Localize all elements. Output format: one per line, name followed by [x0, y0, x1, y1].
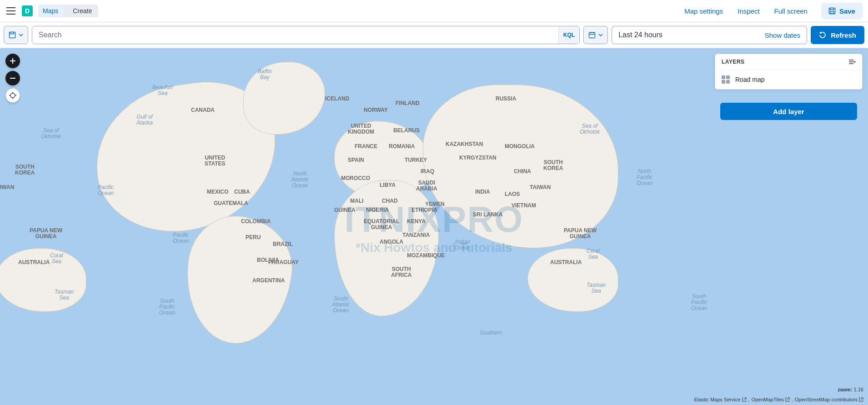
country-label: ICELAND [325, 96, 349, 102]
map-settings-link[interactable]: Map settings [680, 5, 728, 18]
sea-label: Sea ofOkhotsk [41, 128, 61, 140]
collapse-panel-button[interactable] [848, 59, 856, 65]
sea-label: NorthPacificOcean [637, 169, 652, 187]
hamburger-icon [6, 7, 15, 15]
external-link-icon [742, 397, 747, 402]
landmass [243, 62, 325, 135]
save-icon [9, 31, 16, 39]
date-range-value: Last 24 hours [618, 31, 662, 39]
layers-title: LAYERS [722, 59, 745, 65]
chevron-down-icon [598, 34, 603, 36]
attribution-link[interactable]: OpenStreetMap contributors [795, 397, 863, 402]
show-dates-link[interactable]: Show dates [765, 31, 800, 39]
search-wrapper: KQL [32, 26, 580, 44]
sea-label: SouthPacificOcean [159, 298, 175, 316]
space-avatar[interactable]: D [22, 5, 33, 16]
app-header: D Maps Create Map settings Inspect Full … [0, 0, 868, 22]
country-label: IWAN [0, 185, 14, 190]
landmass [180, 211, 297, 349]
breadcrumb-create: Create [65, 5, 98, 17]
attribution-link[interactable]: Elastic Maps Service [694, 397, 746, 402]
inspect-link[interactable]: Inspect [733, 5, 764, 18]
kql-toggle[interactable]: KQL [558, 26, 579, 44]
layer-label: Road map [735, 76, 765, 83]
grid-icon [722, 75, 730, 84]
fit-to-data-button[interactable] [5, 88, 20, 103]
sea-label: Southern [480, 330, 502, 336]
layers-panel: LAYERS Road map [715, 54, 863, 90]
svg-point-4 [10, 93, 15, 98]
crosshair-icon [9, 92, 16, 99]
sea-label: SouthPacificOcean [691, 294, 707, 312]
query-bar: KQL Last 24 hours Show dates Refresh [0, 22, 868, 48]
date-range-input[interactable]: Last 24 hours Show dates [612, 26, 807, 44]
sea-label: SouthAtlanticOcean [332, 296, 350, 314]
external-link-icon [785, 397, 790, 402]
refresh-icon [819, 31, 826, 39]
country-label: FINLAND [396, 100, 420, 106]
zoom-in-button[interactable] [5, 54, 20, 68]
layer-item-roadmap[interactable]: Road map [715, 70, 862, 89]
country-label: PAPUA NEWGUINEA [30, 228, 62, 240]
nav-menu-button[interactable] [5, 5, 16, 16]
saved-queries-button[interactable] [4, 26, 28, 44]
zoom-out-button[interactable] [5, 71, 20, 85]
collapse-icon [848, 59, 856, 65]
save-icon [828, 7, 836, 15]
refresh-button[interactable]: Refresh [811, 26, 864, 44]
sea-label: NorthAtlanticOcean [291, 171, 309, 189]
sea-label: PacificOcean [173, 232, 189, 244]
zoom-value: 1.16 [854, 387, 863, 392]
refresh-label: Refresh [831, 31, 856, 39]
add-layer-button[interactable]: Add layer [720, 103, 857, 120]
zoom-readout: zoom: 1.16 [838, 387, 863, 392]
full-screen-link[interactable]: Full screen [770, 5, 812, 18]
country-label: NORWAY [364, 107, 388, 113]
attribution-link[interactable]: OpenMapTiles [752, 397, 790, 402]
chevron-down-icon [19, 34, 23, 36]
save-label: Save [839, 7, 855, 15]
search-input[interactable] [32, 26, 558, 44]
map-attribution: Elastic Maps Service , OpenMapTiles , Op… [694, 397, 863, 402]
plus-icon [10, 58, 15, 64]
save-button[interactable]: Save [821, 3, 863, 19]
date-quick-select[interactable] [583, 26, 608, 44]
svg-rect-3 [589, 33, 595, 38]
zoom-label: zoom: [838, 387, 852, 392]
breadcrumb-maps[interactable]: Maps [38, 5, 65, 17]
minus-icon [10, 75, 15, 81]
landmass [527, 248, 618, 312]
country-label: SOUTHKOREA [15, 164, 35, 176]
sea-label: IndianOcean [455, 239, 471, 251]
map-canvas[interactable]: BaffinBayBeaufortSeaSea ofOkhotskGulf of… [0, 48, 868, 405]
calendar-icon [588, 31, 596, 39]
svg-rect-1 [830, 11, 833, 14]
landmass [0, 248, 86, 312]
external-link-icon [859, 397, 863, 402]
zoom-controls [5, 54, 20, 103]
breadcrumb: Maps Create [38, 5, 98, 17]
landmass [423, 85, 618, 248]
landmass [334, 180, 439, 316]
